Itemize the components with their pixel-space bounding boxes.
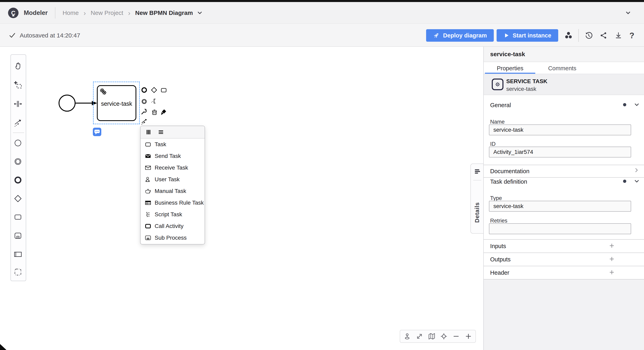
section-outputs-header[interactable]: Outputs xyxy=(490,256,511,263)
details-drawer-tab[interactable]: Details xyxy=(470,164,483,234)
flow-graphics xyxy=(52,80,101,126)
space-tool-icon[interactable] xyxy=(14,100,22,108)
retries-field-label: Retries xyxy=(490,218,508,224)
set-color-brush-icon[interactable] xyxy=(160,109,167,116)
download-icon[interactable] xyxy=(614,31,623,40)
hand-tool-icon[interactable] xyxy=(14,62,22,70)
type-input[interactable] xyxy=(489,201,631,212)
help-icon[interactable]: ? xyxy=(630,31,634,40)
version-history-icon[interactable] xyxy=(584,31,593,40)
play-icon xyxy=(504,32,510,38)
lasso-tool-icon[interactable] xyxy=(14,80,22,90)
section-inputs-header[interactable]: Inputs xyxy=(490,243,506,250)
change-element-wrench-icon[interactable] xyxy=(140,108,148,115)
zoom-out-icon[interactable] xyxy=(452,332,460,340)
toolbar-divider xyxy=(578,29,579,42)
menu-item-task[interactable]: Task xyxy=(140,138,204,150)
menu-item-call-activity[interactable]: Call Activity xyxy=(140,220,204,232)
create-group-icon[interactable] xyxy=(14,268,22,276)
section-header-header[interactable]: Header xyxy=(490,270,509,276)
create-start-event-icon[interactable] xyxy=(14,138,22,148)
menu-item-script-task[interactable]: Script Task xyxy=(140,209,204,220)
start-event[interactable] xyxy=(59,95,75,111)
add-input-plus-icon[interactable] xyxy=(608,242,615,249)
details-tab-label: Details xyxy=(474,202,480,223)
section-general-header[interactable]: General xyxy=(490,102,511,108)
center-viewport-icon[interactable] xyxy=(440,332,448,340)
section-divider xyxy=(484,165,644,165)
menu-header xyxy=(140,126,204,138)
cluster-icon[interactable] xyxy=(564,31,573,40)
global-connect-tool-icon[interactable] xyxy=(14,118,22,127)
create-subprocess-icon[interactable] xyxy=(14,231,22,240)
menu-item-manual-task[interactable]: Manual Task xyxy=(140,185,204,197)
menu-item-sub-process[interactable]: Sub Process xyxy=(140,232,204,244)
panel-footer-area xyxy=(484,280,644,350)
camunda-logo[interactable]: C xyxy=(8,8,18,18)
autosave-check-icon xyxy=(9,32,16,39)
deploy-diagram-button[interactable]: Deploy diagram xyxy=(426,29,494,42)
service-task-shape[interactable]: service-task xyxy=(97,85,136,121)
create-task-icon[interactable] xyxy=(14,212,22,221)
zoom-in-icon[interactable] xyxy=(464,332,472,340)
documentation-chevron-right-icon[interactable] xyxy=(634,167,640,173)
minimap-icon[interactable] xyxy=(428,332,436,340)
type-field-label: Type xyxy=(490,195,502,202)
section-documentation-header[interactable]: Documentation xyxy=(490,168,530,174)
palette-divider xyxy=(13,132,24,133)
service-task-badge-icon xyxy=(492,78,504,90)
tab-comments[interactable]: Comments xyxy=(544,62,580,74)
append-gateway-icon[interactable] xyxy=(151,86,158,94)
element-header: SERVICE TASK service-task xyxy=(484,74,644,95)
business-rule-task-icon xyxy=(144,199,152,206)
breadcrumb-project[interactable]: New Project xyxy=(90,10,123,16)
id-input[interactable] xyxy=(489,146,631,158)
list-view-icon[interactable] xyxy=(158,129,164,136)
section-divider xyxy=(484,239,644,240)
reset-viewport-icon[interactable] xyxy=(403,332,411,340)
id-field-label: ID xyxy=(490,141,496,147)
comments-badge[interactable] xyxy=(93,128,101,136)
service-gear-icon xyxy=(99,87,108,96)
share-icon[interactable] xyxy=(600,32,607,39)
script-task-icon xyxy=(144,211,152,218)
create-participant-icon[interactable] xyxy=(14,250,22,258)
fit-viewport-icon[interactable] xyxy=(416,332,423,340)
properties-panel: service-task Properties Comments SERVICE… xyxy=(483,47,644,350)
create-end-event-icon[interactable] xyxy=(14,176,22,184)
diagram-canvas[interactable]: service-task xyxy=(0,47,483,350)
section-divider xyxy=(484,252,644,253)
breadcrumb-diagram[interactable]: New BPMN Diagram xyxy=(135,10,193,16)
start-instance-label: Start instance xyxy=(513,32,551,39)
start-instance-button[interactable]: Start instance xyxy=(496,29,558,42)
append-intermediate-event-icon[interactable] xyxy=(141,98,148,105)
task-definition-chevron-down-icon[interactable] xyxy=(634,178,640,184)
menu-item-user-task[interactable]: User Task xyxy=(140,174,204,185)
columns-view-icon[interactable] xyxy=(145,129,152,136)
connect-tool-icon[interactable] xyxy=(141,118,148,125)
add-output-plus-icon[interactable] xyxy=(608,256,615,262)
append-end-event-icon[interactable] xyxy=(141,86,148,94)
details-tab-divider xyxy=(473,180,481,180)
header-collapse-chevron-icon[interactable] xyxy=(625,10,632,16)
retries-input[interactable] xyxy=(489,223,631,234)
menu-item-receive-task[interactable]: Receive Task xyxy=(140,162,204,174)
append-task-icon[interactable] xyxy=(160,87,167,94)
breadcrumb-home[interactable]: Home xyxy=(63,10,79,16)
general-chevron-down-icon[interactable] xyxy=(634,102,640,108)
delete-trash-icon[interactable] xyxy=(151,109,158,116)
menu-item-business-rule-task[interactable]: Business Rule Task xyxy=(140,197,204,209)
section-task-definition-header[interactable]: Task definition xyxy=(490,178,527,185)
diagram-name-chevron-icon[interactable] xyxy=(196,10,203,16)
element-name-label: service-task xyxy=(506,86,536,92)
deploy-diagram-label: Deploy diagram xyxy=(443,32,487,39)
create-gateway-icon[interactable] xyxy=(14,194,22,203)
append-text-annotation-icon[interactable] xyxy=(151,98,158,104)
tab-properties[interactable]: Properties xyxy=(485,62,535,74)
app-name: Modeler xyxy=(24,9,48,16)
name-input[interactable] xyxy=(489,124,631,135)
action-toolbar: Autosaved at 14:20:47 Deploy diagram Sta… xyxy=(0,24,644,47)
menu-item-send-task[interactable]: Send Task xyxy=(140,150,204,162)
create-intermediate-event-icon[interactable] xyxy=(14,157,22,166)
add-header-plus-icon[interactable] xyxy=(608,269,615,276)
